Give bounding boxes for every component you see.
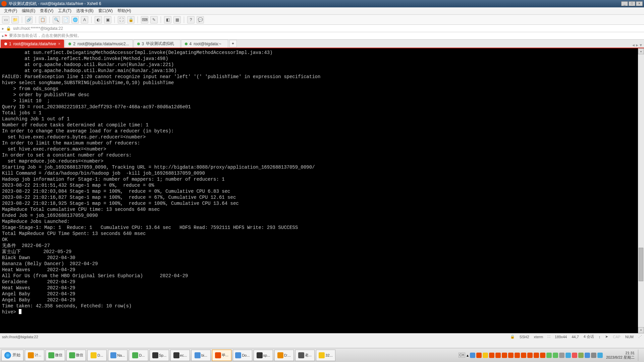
start-button[interactable]: 开始 xyxy=(1,350,23,361)
menu-view[interactable]: 查看(V) xyxy=(38,7,55,14)
menu-edit[interactable]: 编辑(E) xyxy=(20,7,37,14)
tray-icon[interactable] xyxy=(521,353,526,358)
show-desktop-button[interactable] xyxy=(638,350,641,361)
tray-icon[interactable] xyxy=(495,353,501,358)
session-tab-2[interactable]: 2 root@bigdata:/data/music2... xyxy=(65,40,132,48)
split-button[interactable]: ◧ xyxy=(164,16,171,23)
tray-icon[interactable] xyxy=(483,353,488,358)
menu-tools[interactable]: 工具(T) xyxy=(56,7,73,14)
tray-expand-icon[interactable]: ▴ xyxy=(467,353,469,358)
scroll-down-icon[interactable]: ▾ xyxy=(638,327,644,333)
screen-button[interactable]: ▣ xyxy=(104,16,111,23)
new-button[interactable]: ▭ xyxy=(2,16,9,23)
taskbar-app-button[interactable]: 老... xyxy=(295,350,315,361)
tray-icon[interactable] xyxy=(566,353,571,358)
tab-close-icon[interactable]: × xyxy=(58,42,60,46)
taskbar-app-button[interactable]: Na... xyxy=(108,350,127,361)
fullscreen-button[interactable]: ⛶ xyxy=(118,16,125,23)
maximize-button[interactable]: □ xyxy=(629,1,635,6)
tray-icon[interactable] xyxy=(553,353,558,358)
tray-icon[interactable] xyxy=(585,353,590,358)
tab-next-icon[interactable]: ▸ xyxy=(636,42,638,48)
menubar: 文件(F) 编辑(E) 查看(V) 工具(T) 选项卡(B) 窗口(W) 帮助(… xyxy=(0,7,644,15)
taskbar-app-button[interactable]: bi... xyxy=(191,350,211,361)
circle-button[interactable]: ◐ xyxy=(95,16,102,23)
open-button[interactable]: 📁 xyxy=(11,16,19,23)
keyboard-button[interactable]: ⌨ xyxy=(141,16,148,23)
connect-button[interactable]: 🔗 xyxy=(25,16,33,23)
scrollbar[interactable]: ▴ ▾ xyxy=(638,48,644,333)
minimize-button[interactable]: _ xyxy=(621,1,628,6)
layout-button[interactable]: ▦ xyxy=(173,16,181,23)
taskbar-app-button[interactable]: 微信 xyxy=(66,350,86,361)
taskbar-app-button[interactable]: 计... xyxy=(25,350,44,361)
menu-window[interactable]: 窗口(W) xyxy=(96,7,115,14)
status-sessions: 4 会话 xyxy=(584,334,594,339)
taskbar-app-button[interactable]: ec... xyxy=(170,350,190,361)
tray-icon[interactable] xyxy=(546,353,552,358)
tray-icon[interactable] xyxy=(572,353,577,358)
close-button[interactable]: × xyxy=(636,1,643,6)
expand-icon[interactable]: ▸ xyxy=(2,26,4,31)
tray-icon[interactable] xyxy=(540,353,545,358)
tray-icon[interactable] xyxy=(470,353,475,358)
tray-icons xyxy=(470,353,603,358)
tray-icon[interactable] xyxy=(489,353,494,358)
menu-file[interactable]: 文件(F) xyxy=(2,7,19,14)
help-button[interactable]: ? xyxy=(187,16,195,23)
lock-button[interactable]: 🔒 xyxy=(127,16,135,23)
tray-icon[interactable] xyxy=(591,353,596,358)
paste-button[interactable]: 📄 xyxy=(62,16,69,23)
menu-tabs[interactable]: 选项卡(B) xyxy=(74,7,96,14)
terminal[interactable]: at sun.reflect.DelegatingMethodAccessorI… xyxy=(0,48,644,333)
scrollbar-thumb[interactable] xyxy=(639,248,643,281)
font-button[interactable]: A xyxy=(81,16,88,23)
toolbar: ▭ 📁 🔗 📋 🔍 📄 🌐 A ◐ ▣ ⛶ 🔒 ⌨ ✎ ◧ ▦ ? 💬 xyxy=(0,15,644,25)
taskbar-app-button[interactable]: D:... xyxy=(274,350,294,361)
edit-button[interactable]: ✎ xyxy=(150,16,158,23)
session-tab-3[interactable]: 3 毕设测试虚拟机 xyxy=(133,40,180,48)
address-text[interactable]: ssh://root:******@bigdata:22 xyxy=(13,26,63,31)
session-tab-1[interactable]: 1 root@bigdata:/data/hive × xyxy=(1,40,64,48)
arrow-icon[interactable]: ➤ xyxy=(605,335,608,339)
window-controls: _ □ × xyxy=(621,1,643,6)
clock[interactable]: 21:31 2023/8/22 星期二 xyxy=(604,351,637,360)
up-down-icon[interactable]: ↕ xyxy=(599,335,601,339)
app-icon xyxy=(28,352,34,358)
resize-grip-icon[interactable]: ⋰ xyxy=(638,335,642,339)
taskbar-app-button[interactable]: D... xyxy=(129,350,148,361)
app-label: ec... xyxy=(180,353,187,357)
ime-icon[interactable]: CH xyxy=(459,353,465,358)
session-tab-4[interactable]: 4 root@bigdata:~ xyxy=(181,40,228,48)
taskbar-app-button[interactable]: Do... xyxy=(233,350,252,361)
taskbar-app-button[interactable]: Sp... xyxy=(150,350,169,361)
new-tab-button[interactable]: + xyxy=(229,40,237,47)
app-label: 32... xyxy=(325,353,332,357)
taskbar-app-button[interactable]: 毕... xyxy=(212,350,231,361)
menu-help[interactable]: 帮助(H) xyxy=(115,7,133,14)
hint-bar: ▸ ⚑ 要添加当前会话，点击左侧的箭头按钮。 xyxy=(0,32,644,40)
taskbar-app-button[interactable]: sp... xyxy=(254,350,273,361)
app-label: Do... xyxy=(242,353,250,357)
tray-icon[interactable] xyxy=(578,353,584,358)
tray-icon[interactable] xyxy=(597,353,603,358)
search-button[interactable]: 🔍 xyxy=(53,16,60,23)
tray-icon[interactable] xyxy=(527,353,533,358)
tray-icon[interactable] xyxy=(508,353,514,358)
globe-button[interactable]: 🌐 xyxy=(71,16,79,23)
app-icon xyxy=(235,352,241,358)
taskbar-app-button[interactable]: D... xyxy=(87,350,107,361)
taskbar-app-button[interactable]: 32... xyxy=(316,350,335,361)
taskbar-app-button[interactable]: 微信 xyxy=(46,350,65,361)
copy-button[interactable]: 📋 xyxy=(39,16,46,23)
tray-icon[interactable] xyxy=(476,353,482,358)
tray-icon[interactable] xyxy=(502,353,507,358)
tray-icon[interactable] xyxy=(534,353,539,358)
tray-icon[interactable] xyxy=(515,353,520,358)
tray-icon[interactable] xyxy=(559,353,565,358)
tab-list-icon[interactable]: ▾ xyxy=(640,42,642,48)
titlebar[interactable]: 毕设测试虚拟机 - root@bigdata:/data/hive - Xshe… xyxy=(0,0,644,7)
scroll-up-icon[interactable]: ▴ xyxy=(638,48,644,54)
tab-prev-icon[interactable]: ◂ xyxy=(632,42,635,48)
chat-button[interactable]: 💬 xyxy=(197,16,204,23)
